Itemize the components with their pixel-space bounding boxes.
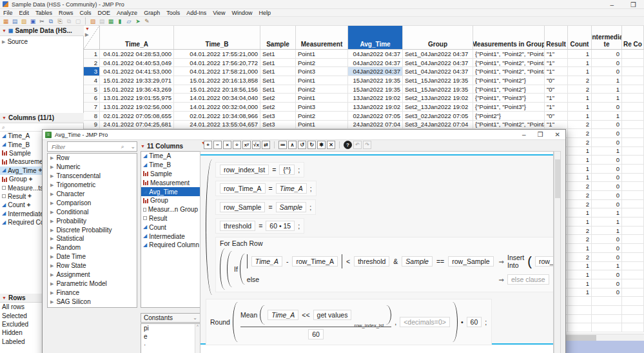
red-triangle-icon[interactable]: ▼: [2, 116, 6, 120]
table-cell[interactable]: 2: [568, 200, 592, 208]
table-cell[interactable]: 0: [592, 182, 622, 190]
save-icon[interactable]: ▣: [29, 17, 37, 25]
formula-column-sample[interactable]: Sample: [141, 170, 200, 179]
table-cell[interactable]: "1": [545, 121, 568, 129]
table-cell[interactable]: {"Point1", "Point2", "Point3"}: [473, 121, 545, 129]
table-cell[interactable]: 0: [592, 129, 622, 137]
disclosure-icon[interactable]: ▶: [50, 236, 54, 241]
table-cell[interactable]: Set1_04Jan2022 04:37: [403, 67, 473, 76]
grid-corner-cell[interactable]: ▼ ▶: [84, 26, 100, 49]
row-number[interactable]: 2: [84, 59, 100, 67]
formula-token[interactable]: ;: [309, 203, 311, 211]
red-triangle-icon[interactable]: ▼: [2, 296, 6, 300]
table-cell[interactable]: [622, 182, 644, 190]
table-cell[interactable]: {"Point2"}: [473, 112, 545, 120]
else-clause[interactable]: ⇒ else clause: [499, 274, 554, 285]
constants-scrollbar[interactable]: ˄: [195, 324, 200, 353]
table-cell[interactable]: {"Point1", "Point2", "Point3"}: [473, 59, 545, 67]
table-cell[interactable]: [592, 323, 622, 332]
table-panel-header[interactable]: ▼ ▦ Sample Data (HS...: [0, 26, 84, 36]
table-cell[interactable]: 04.01.2022 04:28:53,000: [100, 50, 174, 58]
table-cell[interactable]: {"Point1", "Point2", "Point3"}: [473, 67, 545, 76]
table-cell[interactable]: [622, 112, 644, 120]
table-cell[interactable]: Point3: [296, 103, 348, 111]
menu-window[interactable]: Window: [229, 10, 256, 16]
formula-column-count[interactable]: ◢Count: [141, 223, 200, 232]
function-category-sag-silicon[interactable]: ▶SAG Silicon: [48, 297, 137, 306]
menu-cols[interactable]: Cols: [77, 10, 95, 16]
table-cell[interactable]: {"Point1", "Point3"}: [473, 94, 545, 102]
table-cell[interactable]: 1: [568, 288, 592, 297]
table-cell[interactable]: Set2: [260, 103, 296, 111]
table-cell[interactable]: "1": [545, 50, 568, 58]
table-cell[interactable]: Set3: [260, 112, 296, 120]
table-cell[interactable]: [568, 297, 592, 305]
table-cell[interactable]: [568, 315, 592, 323]
table-cell[interactable]: "1": [545, 67, 568, 76]
disclosure-icon[interactable]: ▶: [50, 254, 54, 259]
function-category-date-time[interactable]: ▶Date Time: [48, 252, 137, 261]
table-cell[interactable]: "1": [545, 94, 568, 102]
table-cell[interactable]: [622, 129, 644, 137]
scroll-up-icon[interactable]: ˄: [197, 324, 199, 328]
table-cell[interactable]: 1: [568, 50, 592, 58]
formula-statement[interactable]: threshold=60 • 15;: [215, 218, 304, 234]
open-icon[interactable]: ▨: [20, 17, 28, 25]
table-cell[interactable]: Set1: [260, 85, 296, 94]
table-cell[interactable]: 0: [592, 191, 622, 199]
table-cell[interactable]: 24.01.2022 13:55:04,657: [174, 121, 260, 129]
formula-token[interactable]: Sample: [276, 202, 307, 212]
formula-statement[interactable]: row_Time_A=Time_A;: [215, 181, 317, 196]
formula-token[interactable]: ;: [298, 166, 300, 174]
row-number[interactable]: 1: [84, 50, 100, 58]
table-cell[interactable]: [622, 227, 644, 235]
script-pen-icon[interactable]: ✎: [143, 17, 151, 25]
table-cell[interactable]: 14.01.2022 00:34:04,040: [174, 94, 260, 102]
open-recent-icon[interactable]: ▨: [89, 17, 97, 25]
table-cell[interactable]: 0: [592, 103, 622, 111]
table-cell[interactable]: Point2: [296, 59, 348, 67]
table-cell[interactable]: [622, 103, 644, 111]
table-cell[interactable]: 0: [592, 156, 622, 164]
table-cell[interactable]: Set1_15Jan2022 19:35: [403, 76, 473, 85]
red-triangle-icon[interactable]: ▼: [85, 26, 90, 31]
table-cell[interactable]: 1: [568, 279, 592, 288]
table-cell[interactable]: [622, 165, 644, 173]
column-header-sample[interactable]: Sample: [260, 26, 296, 49]
formula-column-group[interactable]: Group: [141, 196, 200, 205]
menu-tables[interactable]: Tables: [32, 10, 55, 16]
red-triangle-icon[interactable]: ▼: [2, 28, 6, 33]
table-cell[interactable]: [622, 217, 644, 226]
table-cell[interactable]: [622, 297, 644, 305]
table-cell[interactable]: [622, 59, 644, 67]
table-cell[interactable]: {"Point1", "Point2"}: [473, 76, 545, 85]
table-cell[interactable]: [622, 174, 644, 182]
table-cell[interactable]: "0": [545, 85, 568, 94]
table-cell[interactable]: {"Point1", "Point3"}: [473, 103, 545, 111]
function-category-probability[interactable]: ▶Probability: [48, 216, 137, 225]
table-cell[interactable]: [622, 147, 644, 156]
column-header-count[interactable]: Count: [568, 26, 592, 49]
undo-button[interactable]: ↶: [353, 141, 362, 149]
table-cell[interactable]: 24.01.2022 07:04:25,681: [100, 121, 174, 129]
constant-pi[interactable]: pi: [141, 324, 200, 332]
disclosure-icon[interactable]: ▶: [50, 183, 54, 187]
rotate-left-button[interactable]: ↺: [298, 141, 306, 149]
table-cell[interactable]: 04Jan2022 04:37: [348, 67, 403, 76]
table-cell[interactable]: 2: [568, 182, 592, 190]
lock-disabled-icon[interactable]: ▢: [74, 17, 82, 25]
table-cell[interactable]: [592, 297, 622, 305]
table-cell[interactable]: Point2: [296, 85, 348, 94]
table-cell[interactable]: Set1_04Jan2022 04:37: [403, 50, 473, 58]
table-cell[interactable]: 13.01.2022 19:02:56,000: [100, 103, 174, 111]
root-button[interactable]: √x: [252, 141, 260, 149]
table-cell[interactable]: Set2_13Jan2022 19:02: [403, 103, 473, 111]
table-cell[interactable]: Point1: [296, 76, 348, 85]
plus-button[interactable]: +: [204, 141, 212, 149]
table-cell[interactable]: [568, 306, 592, 314]
if-keyword[interactable]: If: [234, 265, 238, 273]
formula-token[interactable]: Time_A: [276, 183, 307, 194]
absolute-value-expression[interactable]: Time_A - row_Time_A: [247, 254, 342, 268]
table-cell[interactable]: 0: [592, 244, 622, 252]
table-cell[interactable]: Set2: [260, 94, 296, 102]
